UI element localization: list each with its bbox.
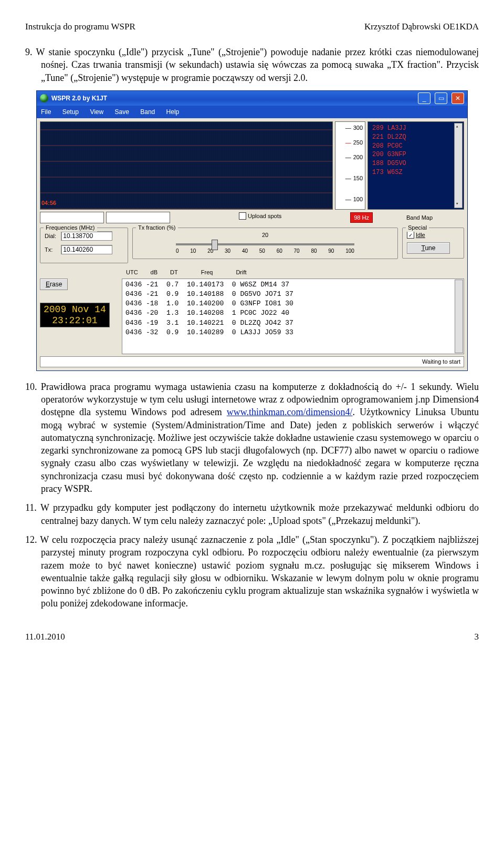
waterfall-timestamp: 04:56 — [41, 199, 56, 207]
list-item-11: 11. W przypadku gdy komputer jest podłąc… — [25, 501, 479, 527]
maximize-button[interactable]: ▭ — [435, 92, 447, 104]
list-item-9: 9. W stanie spoczynku („Idle") przycisk … — [25, 46, 479, 84]
decode-line: 289 LA3JJ — [372, 124, 461, 133]
menu-save[interactable]: Save — [115, 108, 129, 116]
waterfall-display[interactable]: 04:56 — [40, 121, 333, 210]
info-field-1 — [40, 212, 104, 223]
upload-spots-label: Upload spots — [248, 212, 281, 220]
dimension4-link[interactable]: www.thinkman.com/dimension4/ — [227, 407, 353, 417]
status-bar: Waiting to start — [40, 356, 464, 367]
decode-line: 188 DG5VO — [372, 159, 461, 168]
list-item-12: 12. W celu rozpoczęcia pracy należy usun… — [25, 533, 479, 610]
data-row: 0436 -21 0.9 10.140188 0 DG5VO JO71 37 — [125, 290, 460, 299]
col-header-dt: DT — [170, 269, 178, 276]
decode-line: 173 W6SZ — [372, 168, 461, 177]
dial-label: Dial: — [45, 232, 59, 240]
menu-file[interactable]: File — [41, 108, 51, 116]
scrollbar[interactable] — [455, 280, 463, 353]
bandmap-label: Band Map — [403, 213, 436, 222]
tx-fraction-group: Tx fraction (%) 20 0 10 20 30 40 50 60 — [132, 228, 398, 259]
erase-button[interactable]: Erase — [40, 279, 68, 290]
decoded-text-area[interactable]: 0436 -21 0.7 10.140173 0 W6SZ DM14 37043… — [122, 279, 464, 354]
data-row: 0436 -18 1.0 10.140200 0 G3NFP IO81 30 — [125, 299, 460, 308]
frequencies-legend: Frequencies (MHz) — [44, 224, 97, 232]
col-header-utc: UTC — [126, 269, 138, 276]
footer-page: 3 — [475, 631, 479, 643]
scale-tick: 250 — [345, 139, 363, 147]
slider-tick: 70 — [294, 248, 300, 255]
slider-tick: 10 — [190, 248, 196, 255]
slider-tick: 90 — [328, 248, 334, 255]
doc-header-left: Instrukcja do programu WSPR — [25, 21, 135, 33]
menu-view[interactable]: View — [90, 108, 103, 116]
decode-line: 208 PC0C — [372, 142, 461, 151]
slider-tick: 60 — [277, 248, 282, 255]
titlebar[interactable]: WSPR 2.0 by K1JT _ ▭ ✕ — [37, 91, 467, 106]
info-field-2 — [106, 212, 170, 223]
footer-date: 11.01.2010 — [25, 631, 65, 643]
dial-input[interactable] — [61, 231, 112, 241]
slider-tick: 80 — [311, 248, 317, 255]
clock-date: 2009 Nov 14 — [44, 304, 106, 315]
data-row: 0436 -19 3.1 10.140221 0 DL2ZQ JO42 37 — [125, 318, 460, 328]
scale-tick: 150 — [345, 174, 363, 182]
app-icon — [40, 94, 48, 102]
tx-label: Tx: — [45, 246, 59, 254]
menu-band[interactable]: Band — [140, 108, 155, 116]
col-header-drift: Drift — [236, 269, 246, 276]
app-window: WSPR 2.0 by K1JT _ ▭ ✕ File Setup View S… — [36, 90, 468, 371]
idle-label: Idle — [416, 231, 425, 239]
doc-header-right: Krzysztof Dąbrowski OE1KDA — [364, 21, 479, 33]
idle-checkbox[interactable]: ✓ — [407, 231, 414, 239]
data-row: 0436 -20 1.3 10.140208 1 PC0C JO22 40 — [125, 308, 460, 318]
tx-fraction-slider[interactable] — [176, 243, 354, 245]
frequency-scale: 300 250 200 150 100 — [335, 121, 365, 210]
upload-spots-checkbox[interactable] — [239, 212, 246, 220]
tx-fraction-value: 20 — [262, 231, 268, 239]
menubar[interactable]: File Setup View Save Band Help — [37, 106, 467, 118]
decode-line: 200 G3NFP — [372, 150, 461, 159]
slider-tick: 0 — [176, 248, 179, 255]
minimize-button[interactable]: _ — [418, 92, 430, 104]
clock-display: 2009 Nov 14 23:22:01 — [40, 303, 110, 327]
scale-tick: 100 — [345, 195, 363, 203]
tx-fraction-legend: Tx fraction (%) — [136, 224, 178, 232]
col-header-freq: Freq — [201, 269, 213, 276]
tune-button[interactable]: TTuneune — [407, 242, 450, 254]
window-title: WSPR 2.0 by K1JT — [51, 94, 414, 102]
slider-thumb[interactable] — [212, 240, 218, 250]
col-header-db: dB — [151, 269, 158, 276]
decoded-signals-panel[interactable]: 289 LA3JJ 221 DL2ZQ 208 PC0C 200 G3NFP 1… — [368, 121, 464, 210]
data-row: 0436 -21 0.7 10.140173 0 W6SZ DM14 37 — [125, 280, 460, 290]
scale-tick: 200 — [345, 153, 363, 161]
tx-input[interactable] — [61, 245, 112, 254]
slider-tick: 30 — [225, 248, 230, 255]
special-legend: Special — [406, 224, 429, 232]
slider-tick: 50 — [259, 248, 265, 255]
list-item-10: 10. Prawidłowa praca programu wymaga ust… — [25, 380, 479, 496]
close-button[interactable]: ✕ — [452, 92, 464, 104]
menu-help[interactable]: Help — [166, 108, 180, 116]
decode-line: 221 DL2ZQ — [372, 133, 461, 142]
scrollbar[interactable] — [454, 123, 463, 208]
slider-tick: 100 — [345, 248, 354, 255]
menu-setup[interactable]: Setup — [62, 108, 79, 116]
scale-tick: 300 — [345, 124, 363, 132]
data-row: 0436 -32 0.9 10.140289 0 LA3JJ JO59 33 — [125, 328, 460, 337]
frequencies-group: Frequencies (MHz) Dial: Tx: — [40, 228, 128, 263]
freq-offset-badge: 98 Hz — [350, 212, 373, 223]
clock-time: 23:22:01 — [44, 315, 106, 326]
special-group: Special ✓ Idle TTuneune — [402, 228, 464, 259]
slider-tick: 40 — [242, 248, 248, 255]
